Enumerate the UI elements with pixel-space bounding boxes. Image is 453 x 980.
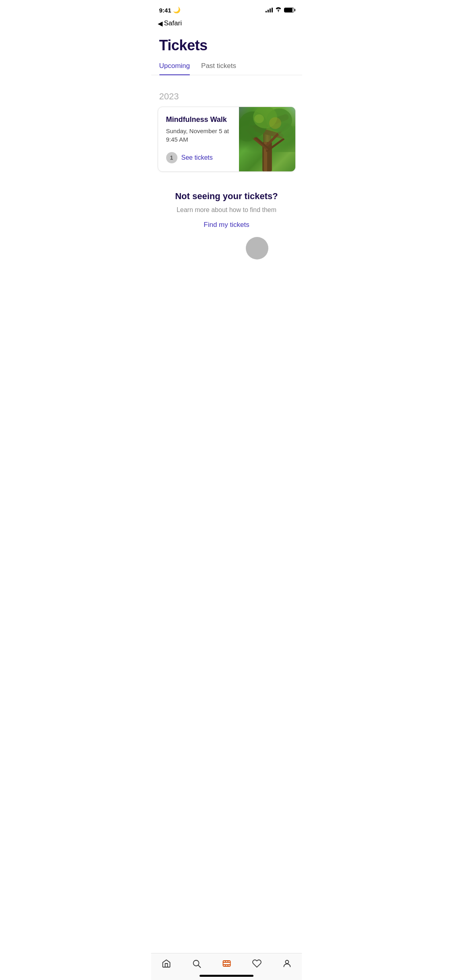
help-subtitle: Learn more about how to find them [161,206,292,214]
year-label: 2023 [159,91,179,101]
find-tickets-link[interactable]: Find my tickets [204,221,249,229]
wifi-icon [275,7,282,13]
see-tickets-link[interactable]: See tickets [181,154,213,161]
page-title: Tickets [159,37,294,54]
help-title: Not seeing your tickets? [161,191,292,202]
svg-point-12 [269,117,281,129]
back-arrow-icon: ◀ [158,20,163,27]
year-section: 2023 [151,75,302,107]
moon-icon: 🌙 [173,6,181,14]
see-tickets-row: 1 See tickets [166,152,233,163]
event-image [239,107,295,171]
battery-icon [284,8,294,12]
back-label: Safari [164,19,182,27]
tabs-container: Upcoming Past tickets [151,54,302,75]
status-icons [266,7,294,13]
event-image-container [239,107,295,171]
event-card[interactable]: Mindfulness Walk Sunday, November 5 at 9… [158,107,296,172]
event-date: Sunday, November 5 at 9:45 AM [166,127,233,144]
status-time: 9:41 🌙 [159,6,181,14]
page-title-section: Tickets [151,31,302,54]
help-section: Not seeing your tickets? Learn more abou… [151,172,302,268]
signal-icon [266,8,273,12]
back-nav[interactable]: ◀ Safari [151,18,302,31]
tab-past-tickets[interactable]: Past tickets [201,62,236,75]
svg-point-10 [239,125,256,142]
event-card-left: Mindfulness Walk Sunday, November 5 at 9… [158,107,239,171]
status-bar: 9:41 🌙 [151,0,302,18]
tab-upcoming[interactable]: Upcoming [159,62,190,75]
profile-avatar-circle [246,237,268,259]
time-display: 9:41 [159,7,171,14]
ticket-count-badge: 1 [166,152,177,163]
event-name: Mindfulness Walk [166,115,233,124]
svg-point-13 [254,114,264,123]
